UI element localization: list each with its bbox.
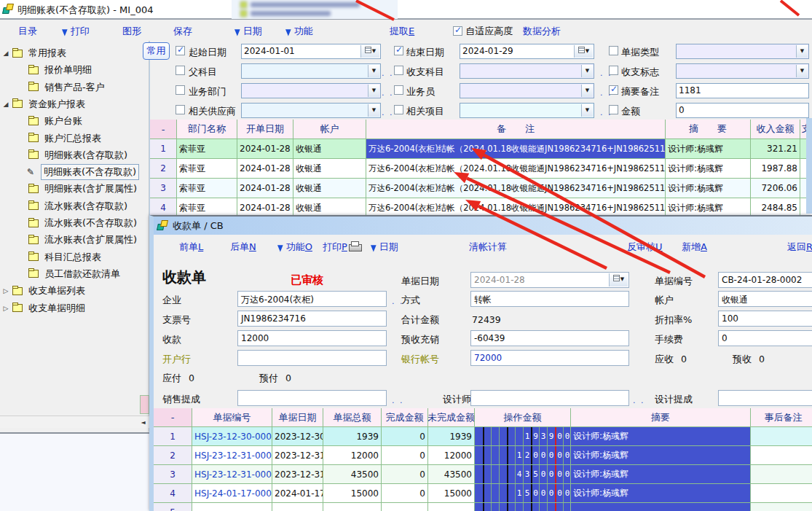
sidebar-item[interactable]: 账户台账 <box>17 113 84 129</box>
total-cell[interactable]: 43500 <box>323 465 382 484</box>
cheque-no-input[interactable]: JN1986234716 <box>237 311 387 327</box>
remain-cell[interactable]: 1939 <box>428 427 475 446</box>
sidebar-item[interactable]: 账户汇总报表 <box>17 130 103 147</box>
date-menu-button[interactable]: ▼日期 <box>371 241 398 254</box>
filter-checkbox-col3-0[interactable] <box>609 46 618 55</box>
doc-date-cell[interactable]: 2023-12-31 <box>272 465 323 484</box>
menu-extract[interactable]: 提取E <box>390 25 414 38</box>
detail-table-row[interactable]: 3HSJ-23-12-31-00062023-12-31435000435004… <box>154 465 812 484</box>
row-num[interactable]: 1 <box>154 427 192 446</box>
after-note-cell[interactable] <box>751 465 812 484</box>
op-amount-cell[interactable]: 1200000 <box>475 446 571 465</box>
date-picker-button[interactable]: ▼ <box>609 273 628 286</box>
filter-input-col3-3[interactable]: 0 <box>676 103 809 118</box>
sidebar-item[interactable]: ◢资金账户报表 <box>1 96 87 112</box>
dept-cell[interactable]: 索菲亚 <box>177 179 237 198</box>
print-button[interactable]: 打印P <box>323 241 347 254</box>
date-cell[interactable]: 2024-01-28 <box>237 179 293 198</box>
dept-cell[interactable]: 索菲亚 <box>177 198 237 215</box>
row-num[interactable]: 4 <box>150 198 177 215</box>
clear-account-calc-button[interactable]: 清帐计算 <box>469 241 507 254</box>
prev-doc-button[interactable]: 前单L <box>179 241 203 254</box>
next-doc-button[interactable]: 后单N <box>230 241 256 254</box>
vertical-scrollbar[interactable] <box>806 118 812 214</box>
doc-date-cell[interactable]: 2023-12-30 <box>272 427 323 446</box>
row-num[interactable]: 3 <box>154 465 192 484</box>
done-cell[interactable]: 0 <box>382 446 428 465</box>
sidebar-item[interactable]: ▷收支单据列表 <box>1 283 87 299</box>
dropdown-button[interactable]: ▼ <box>796 65 808 77</box>
filter-checkbox-col1-2[interactable] <box>176 85 185 95</box>
printer-icon[interactable] <box>349 241 361 251</box>
filter-input-col1-0[interactable]: 2024-01-01▼ <box>241 44 381 59</box>
doc-date-cell[interactable] <box>272 503 323 511</box>
remain-cell[interactable]: 43500 <box>428 465 475 484</box>
row-num[interactable]: 2 <box>150 159 177 179</box>
doc-number-input[interactable]: CB-24-01-28-0002 <box>718 272 812 288</box>
doc-code-cell[interactable]: HSJ-24-01-17-0003 <box>192 484 272 503</box>
menu-catalog[interactable]: 目录 <box>18 25 37 38</box>
row-num[interactable]: 5 <box>154 503 192 511</box>
filter-input-col3-0[interactable]: ▼ <box>676 44 809 59</box>
tree-collapsed-icon[interactable]: ▷ <box>1 287 10 294</box>
summary-cell[interactable]: 设计师:杨彧辉 <box>571 446 751 465</box>
dropdown-button[interactable]: ▼ <box>368 65 379 77</box>
menu-graph[interactable]: 图形 <box>122 25 141 38</box>
row-num[interactable]: 1 <box>150 139 177 159</box>
date-cell[interactable]: 2024-01-28 <box>237 139 293 159</box>
dropdown-button[interactable]: ▼ <box>581 85 593 97</box>
total-cell[interactable]: 12000 <box>323 446 382 465</box>
detail-table-header[interactable]: - <box>154 408 192 427</box>
tree-collapsed-icon[interactable]: ▷ <box>1 305 10 312</box>
income-cell[interactable]: 7206.06 <box>751 179 800 198</box>
detail-table-header[interactable]: 单据日期 <box>272 408 323 427</box>
summary-cell[interactable]: 设计师:杨彧辉 <box>666 159 751 179</box>
filter-checkbox-col2-0[interactable] <box>394 46 403 55</box>
remain-cell[interactable]: 15000 <box>428 484 475 503</box>
filter-input-col2-3[interactable]: ▼ <box>460 103 594 118</box>
sidebar-item[interactable]: 销售产品-客户 <box>17 79 107 95</box>
menu-data-analysis[interactable]: 数据分析 <box>523 25 561 38</box>
after-note-cell[interactable] <box>751 484 812 503</box>
detail-table-header[interactable]: 事后备注 <box>751 408 812 427</box>
main-table-header[interactable]: 帐户 <box>293 120 366 139</box>
filter-checkbox-col2-2[interactable] <box>394 85 403 95</box>
row-num[interactable]: 2 <box>154 446 192 465</box>
done-cell[interactable]: 0 <box>382 427 428 446</box>
note-cell[interactable]: 万达6-2004(衣柜)结帐（2024.01.18收银能通JN198623471… <box>366 159 666 179</box>
tree-expanded-icon[interactable]: ◢ <box>1 101 10 108</box>
detail-table-row[interactable]: 5 <box>154 503 812 511</box>
fee-input[interactable]: 0 <box>718 330 812 346</box>
summary-cell[interactable]: 设计师:杨彧辉 <box>571 427 751 446</box>
doc-date-cell[interactable]: 2023-12-31 <box>272 446 323 465</box>
detail-table-header[interactable]: 单据编号 <box>192 408 272 427</box>
sidebar-item[interactable]: 流水账表(不含存取款) <box>17 215 139 231</box>
filter-input-col2-1[interactable]: ▼ <box>460 63 594 79</box>
doc-date-cell[interactable]: 2024-01-17 <box>272 484 323 503</box>
sidebar-item[interactable]: 流水账表(含扩展属性) <box>17 232 139 248</box>
doc-code-cell[interactable]: HSJ-23-12-31-0005 <box>192 446 272 465</box>
detail-table-row[interactable]: 2HSJ-23-12-31-00052023-12-31120000120001… <box>154 446 812 465</box>
sidebar-item[interactable]: ▷收支单据明细 <box>1 300 87 316</box>
detail-table-row[interactable]: 4HSJ-24-01-17-00032024-01-17150000150001… <box>154 484 812 503</box>
return-button[interactable]: 返回R <box>787 241 812 254</box>
dropdown-button[interactable]: ▼ <box>581 104 593 117</box>
date-cell[interactable]: 2024-01-28 <box>237 159 293 179</box>
total-cell[interactable]: 15000 <box>323 484 382 503</box>
done-cell[interactable]: 0 <box>382 484 428 503</box>
dropdown-button[interactable]: ▼ <box>796 45 808 58</box>
dept-cell[interactable]: 索菲亚 <box>177 139 237 159</box>
sidebar-item[interactable]: ◢常用报表 <box>1 45 68 61</box>
filter-checkbox-col2-1[interactable] <box>394 66 403 75</box>
note-cell[interactable]: 万达6-2004(衣柜)结帐（2024.01.18收银能通JN198623471… <box>366 198 666 215</box>
note-cell[interactable]: 万达6-2004(衣柜)结帐（2024.01.18收银能通JN198623471… <box>366 139 666 159</box>
filter-checkbox-col1-3[interactable] <box>176 105 185 114</box>
dept-cell[interactable]: 索菲亚 <box>177 159 237 179</box>
detail-table-row[interactable]: 1HSJ-23-12-30-00042023-12-30193901939193… <box>154 427 812 446</box>
done-cell[interactable]: 0 <box>382 465 428 484</box>
bank-account-input[interactable]: 72000 <box>470 350 629 366</box>
detail-table-header[interactable]: 摘要 <box>571 408 751 427</box>
dropdown-button[interactable]: ▼ <box>368 85 379 97</box>
op-amount-cell[interactable]: 1500000 <box>475 484 571 503</box>
note-cell[interactable]: 万达6-2004(衣柜)结帐（2024.01.18收银能通JN198623471… <box>366 179 666 198</box>
